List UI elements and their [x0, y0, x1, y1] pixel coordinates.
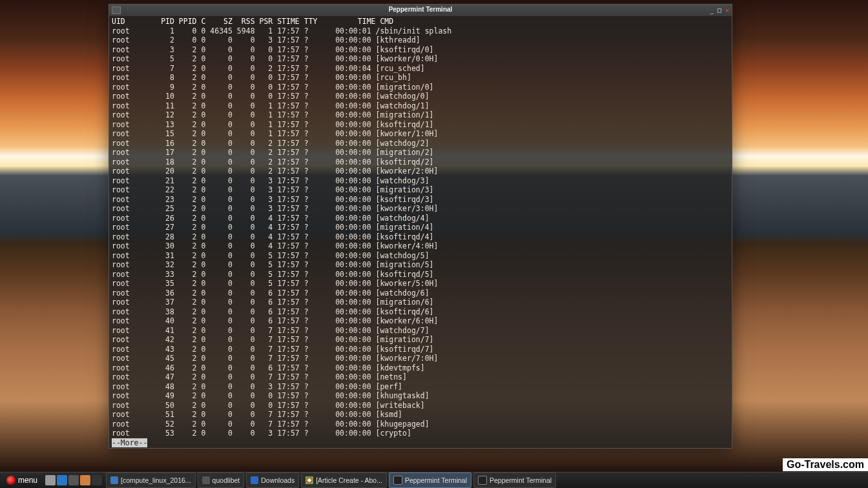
ps-row: root 15 2 0 0 0 1 17:57 ? 00:00:00 [kwor… — [112, 129, 729, 139]
close-button[interactable]: ✕ — [725, 7, 729, 14]
terminal-icon — [112, 6, 121, 14]
ps-row: root 47 2 0 0 0 7 17:57 ? 00:00:00 [netn… — [112, 372, 729, 382]
ps-row: root 13 2 0 0 0 1 17:57 ? 00:00:00 [ksof… — [112, 120, 729, 130]
taskbar-item[interactable]: [Article Create - Abo... — [301, 473, 387, 488]
ps-row: root 40 2 0 0 0 6 17:57 ? 00:00:00 [kwor… — [112, 316, 729, 326]
ps-row: root 23 2 0 0 0 3 17:57 ? 00:00:00 [ksof… — [112, 195, 729, 205]
task-label: Downloads — [261, 476, 294, 484]
window-title: Peppermint Terminal — [109, 6, 732, 13]
ps-row: root 9 2 0 0 0 0 17:57 ? 00:00:00 [migra… — [112, 83, 729, 92]
ps-row: root 42 2 0 0 0 7 17:57 ? 00:00:00 [migr… — [112, 335, 729, 345]
taskbar-item[interactable]: Peppermint Terminal — [473, 473, 556, 488]
ps-row: root 33 2 0 0 0 5 17:57 ? 00:00:00 [ksof… — [112, 270, 729, 280]
ps-header: UID PID PPID C SZ RSS PSR STIME TTY TIME… — [112, 17, 729, 26]
taskbar-item[interactable]: [compute_linux_2016... — [106, 473, 196, 488]
ps-row: root 26 2 0 0 0 4 17:57 ? 00:00:00 [watc… — [112, 214, 729, 223]
peppermint-logo-icon — [6, 476, 16, 485]
minimize-button[interactable]: _ — [710, 7, 714, 14]
ps-row: root 20 2 0 0 0 2 17:57 ? 00:00:00 [kwor… — [112, 167, 729, 176]
launcher-icon-4[interactable] — [80, 475, 90, 485]
ps-row: root 8 2 0 0 0 0 17:57 ? 00:00:00 [rcu_b… — [112, 73, 729, 83]
ps-row: root 32 2 0 0 0 5 17:57 ? 00:00:00 [migr… — [112, 260, 729, 270]
launcher-icon-2[interactable] — [57, 475, 67, 485]
ps-row: root 30 2 0 0 0 4 17:57 ? 00:00:00 [kwor… — [112, 241, 729, 251]
ps-row: root 5 2 0 0 0 0 17:57 ? 00:00:00 [kwork… — [112, 54, 729, 64]
ps-row: root 41 2 0 0 0 7 17:57 ? 00:00:00 [watc… — [112, 326, 729, 336]
ps-row: root 50 2 0 0 0 0 17:57 ? 00:00:00 [writ… — [112, 401, 729, 411]
task-icon — [305, 476, 313, 484]
task-icon — [202, 476, 210, 484]
ps-row: root 25 2 0 0 0 3 17:57 ? 00:00:00 [kwor… — [112, 204, 729, 214]
ps-row: root 38 2 0 0 0 6 17:57 ? 00:00:00 [ksof… — [112, 307, 729, 317]
ps-row: root 10 2 0 0 0 0 17:57 ? 00:00:00 [watc… — [112, 92, 729, 101]
ps-row: root 3 2 0 0 0 0 17:57 ? 00:00:00 [ksoft… — [112, 45, 729, 55]
task-icon — [478, 476, 487, 485]
task-icon — [110, 476, 118, 484]
watermark: Go-Travels.com — [783, 458, 868, 471]
ps-row: root 27 2 0 0 0 4 17:57 ? 00:00:00 [migr… — [112, 223, 729, 232]
pager-more[interactable]: --More-- — [112, 438, 147, 448]
taskbar: menu [compute_linux_2016...quodlibetDown… — [0, 472, 868, 488]
taskbar-item[interactable]: quodlibet — [198, 473, 245, 488]
taskbar-item[interactable]: Peppermint Terminal — [389, 473, 471, 488]
terminal-output[interactable]: UID PID PPID C SZ RSS PSR STIME TTY TIME… — [109, 17, 732, 448]
ps-row: root 1 0 0 46345 5948 1 17:57 ? 00:00:01… — [112, 26, 729, 36]
ps-row: root 18 2 0 0 0 2 17:57 ? 00:00:00 [ksof… — [112, 158, 729, 167]
ps-row: root 43 2 0 0 0 7 17:57 ? 00:00:00 [ksof… — [112, 345, 729, 354]
launcher-icon-3[interactable] — [68, 475, 79, 485]
ps-row: root 36 2 0 0 0 6 17:57 ? 00:00:00 [watc… — [112, 289, 729, 298]
terminal-window: Peppermint Terminal _ □ ✕ UID PID PPID C… — [108, 4, 732, 449]
task-label: Peppermint Terminal — [490, 476, 552, 484]
ps-row: root 11 2 0 0 0 1 17:57 ? 00:00:00 [watc… — [112, 101, 729, 111]
taskbar-item[interactable]: Downloads — [246, 473, 299, 488]
menu-button[interactable]: menu — [3, 474, 41, 486]
ps-row: root 31 2 0 0 0 5 17:57 ? 00:00:00 [watc… — [112, 251, 729, 261]
ps-row: root 12 2 0 0 0 1 17:57 ? 00:00:00 [migr… — [112, 110, 729, 120]
quick-launch — [45, 475, 102, 485]
ps-row: root 53 2 0 0 0 3 17:57 ? 00:00:00 [cryp… — [112, 429, 729, 438]
ps-row: root 52 2 0 0 0 7 17:57 ? 00:00:00 [khug… — [112, 420, 729, 429]
ps-row: root 37 2 0 0 0 6 17:57 ? 00:00:00 [migr… — [112, 298, 729, 307]
menu-label: menu — [18, 476, 37, 485]
ps-row: root 35 2 0 0 0 5 17:57 ? 00:00:00 [kwor… — [112, 279, 729, 289]
task-icon — [251, 476, 258, 484]
ps-row: root 22 2 0 0 0 3 17:57 ? 00:00:00 [migr… — [112, 185, 729, 195]
ps-row: root 48 2 0 0 0 3 17:57 ? 00:00:00 [perf… — [112, 382, 729, 392]
ps-row: root 45 2 0 0 0 7 17:57 ? 00:00:00 [kwor… — [112, 354, 729, 363]
maximize-button[interactable]: □ — [718, 7, 721, 14]
task-label: [compute_linux_2016... — [121, 476, 191, 484]
launcher-icon-1[interactable] — [45, 475, 56, 485]
ps-row: root 17 2 0 0 0 2 17:57 ? 00:00:00 [migr… — [112, 148, 729, 158]
launcher-icon-5[interactable] — [92, 475, 102, 485]
task-label: Peppermint Terminal — [405, 476, 467, 484]
task-icon — [393, 476, 402, 485]
ps-row: root 51 2 0 0 0 7 17:57 ? 00:00:00 [ksmd… — [112, 410, 729, 420]
ps-row: root 46 2 0 0 0 6 17:57 ? 00:00:00 [kdev… — [112, 363, 729, 373]
ps-row: root 2 0 0 0 0 3 17:57 ? 00:00:00 [kthre… — [112, 36, 729, 45]
ps-row: root 28 2 0 0 0 4 17:57 ? 00:00:00 [ksof… — [112, 232, 729, 242]
ps-row: root 49 2 0 0 0 0 17:57 ? 00:00:00 [khun… — [112, 391, 729, 401]
titlebar[interactable]: Peppermint Terminal _ □ ✕ — [109, 5, 732, 17]
task-label: [Article Create - Abo... — [316, 476, 382, 484]
ps-row: root 16 2 0 0 0 2 17:57 ? 00:00:00 [watc… — [112, 139, 729, 148]
ps-row: root 21 2 0 0 0 3 17:57 ? 00:00:00 [watc… — [112, 176, 729, 186]
task-label: quodlibet — [212, 476, 240, 484]
ps-row: root 7 2 0 0 0 2 17:57 ? 00:00:04 [rcu_s… — [112, 64, 729, 74]
